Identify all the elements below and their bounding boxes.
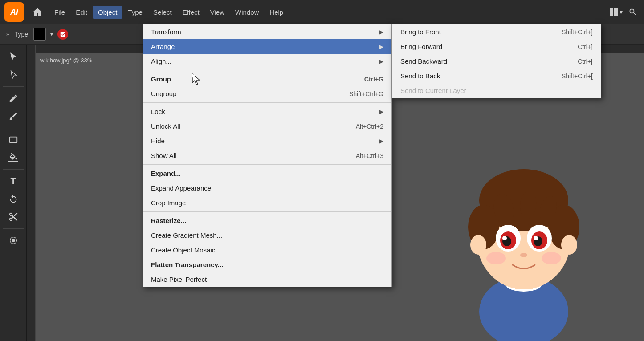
- rotate-tool[interactable]: [5, 191, 21, 207]
- menu-item-label: Transform: [151, 28, 181, 36]
- fill-tool[interactable]: [5, 150, 21, 166]
- app-logo: Ai: [4, 2, 24, 22]
- arrange-item-bring-forward[interactable]: Bring ForwardCtrl+]: [392, 39, 601, 54]
- menu-item-label: Group: [151, 75, 171, 83]
- object-menu-item-expand---[interactable]: Expand...: [143, 166, 391, 181]
- menu-separator: [143, 102, 391, 103]
- color-dropdown[interactable]: ▾: [49, 31, 54, 37]
- object-menu-item-create-gradient-mesh---[interactable]: Create Gradient Mesh...: [143, 228, 391, 243]
- pen-tool[interactable]: [5, 90, 21, 106]
- arrange-item-label: Send to Back: [400, 72, 440, 80]
- submenu-arrow-icon: ▶: [379, 58, 383, 65]
- object-menu-item-ungroup[interactable]: UngroupShift+Ctrl+G: [143, 86, 391, 101]
- brush-tool[interactable]: [5, 108, 21, 124]
- panel-label: wikihow.jpg* @ 33%: [40, 57, 92, 64]
- rectangle-tool[interactable]: [5, 132, 21, 148]
- ruler-vertical: [27, 45, 36, 341]
- menu-item-view[interactable]: View: [205, 6, 230, 19]
- object-menu-item-rasterize---[interactable]: Rasterize...: [143, 213, 391, 228]
- arrange-item-label: Bring Forward: [400, 43, 442, 50]
- grid-icon: [610, 8, 618, 16]
- workspace-switcher[interactable]: ▾: [610, 8, 623, 16]
- menu-item-shortcut: Alt+Ctrl+2: [356, 123, 383, 130]
- object-menu-item-align---[interactable]: Align...▶: [143, 54, 391, 69]
- svg-point-25: [542, 252, 561, 264]
- object-menu-item-expand-appearance[interactable]: Expand Appearance: [143, 181, 391, 195]
- menu-item-label: Unlock All: [151, 122, 180, 130]
- object-menu-item-transform[interactable]: Transform▶: [143, 24, 391, 39]
- menu-item-label: Create Gradient Mesh...: [151, 231, 222, 239]
- object-menu-item-unlock-all[interactable]: Unlock AllAlt+Ctrl+2: [143, 119, 391, 134]
- svg-point-24: [486, 252, 506, 264]
- menu-separator: [143, 164, 391, 165]
- object-menu-item-arrange[interactable]: Arrange▶: [143, 39, 391, 54]
- tool-separator-2: [3, 128, 24, 128]
- svg-point-23: [520, 253, 527, 257]
- object-menu-item-flatten-transparency---[interactable]: Flatten Transparency...: [143, 257, 391, 272]
- text-tool[interactable]: T: [5, 173, 21, 189]
- home-button[interactable]: [29, 3, 46, 21]
- object-menu-item-group[interactable]: GroupCtrl+G: [143, 72, 391, 86]
- arrange-item-shortcut: Ctrl+[: [578, 58, 593, 65]
- submenu-arrow-icon: ▶: [379, 44, 383, 50]
- menu-item-select[interactable]: Select: [148, 6, 177, 19]
- menu-item-type[interactable]: Type: [122, 6, 148, 19]
- search-button[interactable]: [626, 5, 640, 19]
- menu-item-label: Show All: [151, 152, 177, 159]
- menu-item-label: Create Object Mosaic...: [151, 246, 221, 254]
- arrange-item-send-to-back[interactable]: Send to BackShift+Ctrl+[: [392, 69, 601, 83]
- arrange-item-send-backward[interactable]: Send BackwardCtrl+[: [392, 54, 601, 69]
- arrange-item-shortcut: Ctrl+]: [578, 43, 593, 50]
- submenu-arrow-icon: ▶: [379, 138, 383, 144]
- tool-separator-1: [3, 86, 24, 87]
- submenu-arrow-icon: ▶: [379, 29, 383, 35]
- menu-item-label: Ungroup: [151, 90, 177, 97]
- arrange-item-label: Send to Current Layer: [400, 87, 466, 94]
- arrange-item-shortcut: Shift+Ctrl+]: [562, 28, 593, 36]
- direct-select-tool[interactable]: [5, 67, 21, 83]
- menu-item-label: Crop Image: [151, 199, 186, 207]
- arrange-item-bring-to-front[interactable]: Bring to FrontShift+Ctrl+]: [392, 24, 601, 39]
- object-menu-item-make-pixel-perfect[interactable]: Make Pixel Perfect: [143, 272, 391, 287]
- menu-item-shortcut: Alt+Ctrl+3: [356, 152, 383, 159]
- scissors-tool[interactable]: [5, 209, 21, 225]
- object-menu-item-crop-image[interactable]: Crop Image: [143, 195, 391, 210]
- menu-item-effect[interactable]: Effect: [177, 6, 205, 19]
- color-swatch[interactable]: [33, 28, 46, 41]
- object-menu-item-lock[interactable]: Lock▶: [143, 104, 391, 119]
- menu-bar: Ai FileEditObjectTypeSelectEffectViewWin…: [0, 0, 644, 24]
- svg-point-21: [502, 236, 507, 240]
- menu-item-window[interactable]: Window: [230, 6, 264, 19]
- menu-items: FileEditObjectTypeSelectEffectViewWindow…: [49, 6, 289, 19]
- menu-separator: [143, 211, 391, 212]
- blend-tool[interactable]: [5, 232, 21, 248]
- tool-separator-4: [3, 228, 24, 229]
- type-label: Type: [15, 31, 28, 38]
- tool-separator-3: [3, 169, 24, 170]
- menu-item-help[interactable]: Help: [264, 6, 289, 19]
- arrange-item-label: Send Backward: [400, 57, 447, 65]
- menu-separator: [143, 70, 391, 70]
- menu-item-file[interactable]: File: [49, 6, 70, 19]
- arrange-item-shortcut: Shift+Ctrl+[: [562, 73, 593, 80]
- menu-item-edit[interactable]: Edit: [70, 6, 93, 19]
- object-menu-item-hide[interactable]: Hide▶: [143, 134, 391, 148]
- svg-point-13: [470, 235, 486, 255]
- artwork-preview: [439, 80, 608, 341]
- object-menu-item-show-all[interactable]: Show AllAlt+Ctrl+3: [143, 148, 391, 163]
- chevron-down-icon: ▾: [620, 8, 623, 16]
- menu-item-label: Expand Appearance: [151, 184, 211, 192]
- toolbar-expand[interactable]: »: [4, 30, 11, 38]
- menu-item-label: Rasterize...: [151, 217, 186, 224]
- menu-item-object[interactable]: Object: [93, 6, 122, 19]
- object-menu-item-create-object-mosaic---[interactable]: Create Object Mosaic...: [143, 243, 391, 257]
- app-logo-text: Ai: [10, 8, 18, 17]
- arrange-item-send-to-current-layer[interactable]: Send to Current Layer: [392, 83, 601, 98]
- menu-item-label: Make Pixel Perfect: [151, 276, 207, 283]
- red-action-btn[interactable]: [57, 29, 68, 40]
- menu-item-label: Hide: [151, 137, 165, 145]
- svg-rect-0: [9, 137, 17, 143]
- selection-tool[interactable]: [5, 49, 21, 65]
- svg-point-14: [561, 235, 577, 255]
- menu-item-label: Arrange: [151, 43, 175, 50]
